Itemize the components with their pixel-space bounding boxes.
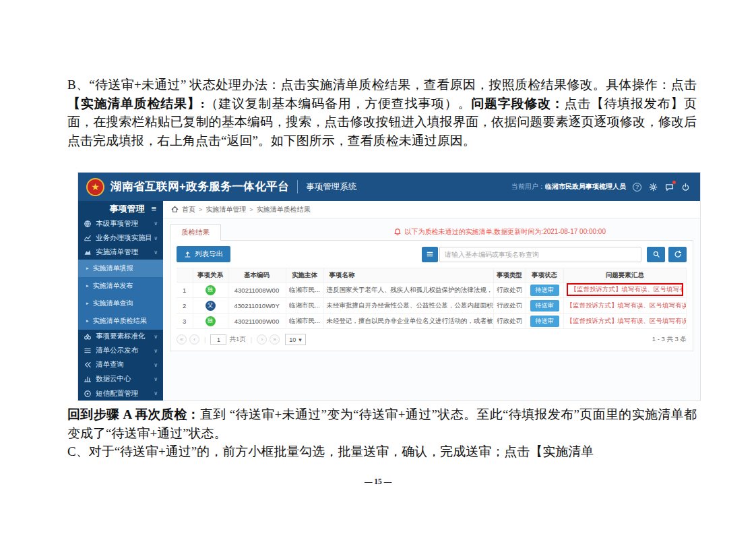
sidebar-item-implementation-list[interactable]: 实施清单管理 ∨: [78, 245, 163, 260]
pagination: « ‹ | 共1页 | › » 10▾ 1 - 3 共 3 条: [170, 329, 693, 351]
text-run: C、对于“待送审+通过”的，前方小框批量勾选，批量送审，确认，完成送审；点击【实…: [67, 444, 594, 458]
sidebar-item-label: 本级事项管理: [96, 219, 152, 229]
sidebar-item-label: 短信配置管理: [96, 389, 152, 398]
sidebar-item-label: 事项要素标准化: [96, 332, 152, 341]
text-run-bold: 【实施清单质检结果】:: [67, 96, 205, 111]
refresh-button[interactable]: [668, 247, 687, 262]
page-size-select[interactable]: 10▾: [285, 334, 306, 345]
next-page-button[interactable]: ›: [257, 334, 267, 345]
last-page-button[interactable]: »: [270, 334, 280, 345]
basic-code: 430211009W00: [228, 314, 286, 329]
breadcrumb-separator: >: [249, 206, 253, 213]
bar-chart-icon: [84, 375, 92, 383]
breadcrumb-separator: >: [199, 206, 202, 213]
table-row[interactable]: 1 独 430211008W00 临湘市民... 违反国家关于老年人、残疾人和孤…: [177, 283, 687, 298]
matter-type: 行政处罚: [493, 283, 526, 298]
list-icon: [84, 347, 92, 355]
gear-icon[interactable]: [648, 182, 658, 192]
message-icon[interactable]: [664, 182, 674, 192]
export-list-button[interactable]: 列表导出: [177, 246, 230, 262]
app-header: ★ 湖南省互联网+政务服务一体化平台 事项管理系统 当前用户：临湘市民政局事项梳…: [78, 173, 700, 201]
col-header-issues: 问题要素汇总: [563, 268, 687, 283]
sidebar-item-label: 实施清单管理: [96, 247, 152, 257]
sidebar-item-element-standardization[interactable]: 事项要素标准化 ∨: [78, 330, 163, 344]
instruction-paragraph-b: B、“待送审+未通过” 状态处理办法：点击实施清单质检结果，查看原因，按照质检结…: [67, 76, 697, 150]
document-page: B、“待送审+未通过” 状态处理办法：点击实施清单质检结果，查看原因，按照质检结…: [0, 0, 756, 534]
subject: 临湘市民...: [286, 314, 323, 329]
chevron-down-icon: ∨: [154, 249, 158, 256]
instruction-paragraph-return-step-a: 回到步骤 A 再次质检：直到 “待送审+未通过”变为“待送审+通过”状态。至此“…: [67, 405, 697, 442]
col-header-status: 事项状态: [526, 268, 563, 283]
subject: 临湘市民...: [286, 298, 323, 314]
sidebar-item-business-directory[interactable]: 业务办理项实施目录 ∨: [78, 231, 163, 245]
chevron-down-icon: ∨: [154, 235, 158, 241]
power-icon[interactable]: [681, 182, 691, 192]
home-icon: [171, 206, 179, 213]
sidebar-item-data-cloud-center[interactable]: 数据云中心 ∨: [78, 372, 163, 386]
submenu-item-list-query[interactable]: ▸实施清单查询: [78, 295, 163, 312]
sidebar-item-list-search[interactable]: 清单查询 ∨: [78, 358, 163, 372]
total-pages-label: 共1页: [229, 335, 245, 344]
list-icon: [426, 250, 434, 258]
upload-icon: [184, 251, 191, 258]
row-index: 1: [177, 283, 193, 298]
table-header-row: 事项关系 基本编码 实施主体 事项名称 事项类型 事项状态 问题要素汇总: [177, 268, 687, 283]
table-row[interactable]: 3 独 430211009W00 临湘市民... 未经登记，擅自以民办非企业单位…: [177, 314, 687, 329]
caret-down-icon: ▾: [298, 336, 302, 343]
breadcrumb-home[interactable]: 首页: [182, 205, 195, 214]
main-content: 首页 > 实施清单管理 > 实施清单质检结果 质检结果 以下为质检未通过的实施清…: [163, 201, 700, 400]
status-badge: 待送审: [530, 285, 559, 296]
current-user-name: 临湘市民政局事项梳理人员: [545, 183, 626, 190]
results-card: 列表导出: [170, 241, 693, 351]
search-input[interactable]: [439, 247, 641, 262]
status-badge: 待送审: [530, 316, 559, 327]
sidebar-item-public-list-publish[interactable]: 清单公示发布 ∨: [78, 344, 163, 358]
chevron-down-icon: ∨: [154, 362, 158, 368]
submenu-item-label: 实施清单发布: [93, 281, 133, 291]
hamburger-icon[interactable]: ≡: [151, 204, 156, 214]
relation-badge: 独: [206, 316, 216, 326]
sidebar-item-sms-config[interactable]: 短信配置管理 ∨: [78, 386, 163, 400]
submenu-item-list-filling[interactable]: ▸实施清单填报: [78, 260, 163, 277]
submenu-item-quality-check-results[interactable]: ▸实施清单质检结果: [78, 312, 163, 330]
relation-badge: 父: [206, 301, 216, 311]
line-chart-icon: [84, 234, 92, 242]
notice-text: 以下为质检未通过的实施清单,数据更新时间为:2021-08-17 00:00:0…: [405, 227, 606, 237]
triangle-right-icon: ▸: [86, 283, 89, 289]
header-divider: [297, 180, 298, 194]
row-index: 2: [177, 298, 193, 314]
chevron-down-icon: ∨: [154, 334, 158, 340]
chevron-down-icon: ∨: [154, 220, 158, 227]
matter-name: 未经审批擅自开办经营性公墓、公益性公墓，公墓内超面积...: [323, 298, 493, 314]
tab-quality-check-results[interactable]: 质检结果: [170, 224, 221, 241]
sidebar-item-local-matters[interactable]: 本级事项管理 ∨: [78, 216, 163, 231]
page-number: — 15 —: [0, 477, 756, 485]
emblem-star: ★: [91, 182, 100, 191]
triangle-right-icon: ▸: [86, 318, 89, 324]
matter-name: 违反国家关于老年人、残疾人和孤儿权益保护的法律法规，...: [323, 283, 493, 298]
first-page-button[interactable]: «: [177, 334, 187, 345]
search-button[interactable]: [647, 247, 665, 262]
chevron-down-icon: ∨: [154, 376, 158, 382]
text-run: （建议复制基本编码备用，方便查找事项）。: [205, 96, 472, 111]
matter-type: 行政处罚: [493, 298, 526, 314]
record-range-total: 1 - 3 共 3 条: [652, 335, 687, 344]
breadcrumb-level1[interactable]: 实施清单管理: [206, 205, 246, 214]
status-badge: 待送审: [530, 300, 559, 312]
sidebar-title-label: 事项管理: [109, 203, 144, 215]
filter-list-button[interactable]: [422, 247, 438, 262]
refresh-icon: [674, 250, 682, 258]
submenu-item-list-publish[interactable]: ▸实施清单发布: [78, 277, 163, 295]
help-icon[interactable]: ?: [632, 182, 642, 192]
toolbar: 列表导出: [170, 241, 693, 268]
page-number-input[interactable]: [210, 334, 226, 345]
current-user-label: 当前用户：: [511, 183, 545, 190]
text-run-bold: 回到步骤 A 再次质检：: [67, 407, 200, 421]
dot-circle-icon: [84, 390, 92, 398]
table-row[interactable]: 2 父 430211010W0Y 临湘市民... 未经审批擅自开办经营性公墓、公…: [177, 298, 687, 314]
sidebar-title: 事项管理 ≡: [78, 201, 163, 216]
binoculars-icon: [84, 332, 92, 340]
prev-page-button[interactable]: ‹: [189, 334, 199, 345]
tab-strip: 质检结果 以下为质检未通过的实施清单,数据更新时间为:2021-08-17 00…: [170, 224, 693, 241]
sidebar-item-label: 清单查询: [96, 360, 152, 369]
